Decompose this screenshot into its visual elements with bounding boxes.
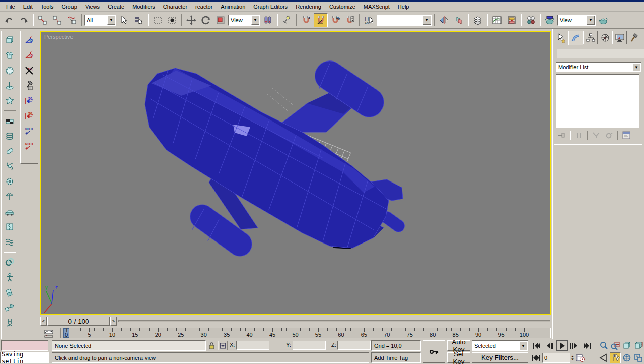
bind-to-spacewarp-icon[interactable] <box>65 13 79 27</box>
menu-views[interactable]: Views <box>81 3 104 11</box>
crossed-50-icon[interactable]: 50, <box>22 64 36 78</box>
chevron-down-icon[interactable]: ▼ <box>423 16 431 25</box>
previous-frame-button[interactable]: < <box>40 317 47 326</box>
auto-key-button[interactable]: Auto Key <box>447 340 470 351</box>
key-set-selector-dropdown[interactable]: Selected ▼ <box>472 340 528 351</box>
go-to-start-icon[interactable] <box>531 340 543 351</box>
menu-help[interactable]: Help <box>394 3 413 11</box>
note-blue-icon[interactable]: NOTE <box>22 124 36 138</box>
current-frame-field[interactable] <box>542 353 570 363</box>
menu-animation[interactable]: Animation <box>217 3 249 11</box>
unlink-selection-icon[interactable] <box>50 13 64 27</box>
menu-tools[interactable]: Tools <box>37 3 58 11</box>
window-crossing-icon[interactable] <box>165 13 179 27</box>
tab-display-tab[interactable] <box>612 31 627 44</box>
make-unique-icon[interactable] <box>590 130 602 140</box>
tab-utilities-tab[interactable] <box>627 31 641 44</box>
mini-curve-editor-icon[interactable] <box>41 328 56 338</box>
undo-icon[interactable] <box>2 13 16 27</box>
maxscript-macro-line[interactable] <box>1 340 48 351</box>
align-icon[interactable] <box>452 13 466 27</box>
select-and-rotate-icon[interactable] <box>199 13 213 27</box>
select-by-name-icon[interactable] <box>131 13 146 27</box>
maxscript-listener-line[interactable]: Saving settin <box>0 352 49 363</box>
reactor-wind-icon[interactable] <box>3 190 17 204</box>
select-object-icon[interactable] <box>117 13 131 27</box>
layer-manager-icon[interactable] <box>471 13 485 27</box>
go-to-end-icon[interactable] <box>581 340 593 351</box>
curve-editor-icon[interactable] <box>490 13 504 27</box>
menu-group[interactable]: Group <box>57 3 81 11</box>
reactor-capsule-icon[interactable] <box>3 144 17 158</box>
time-slider-button[interactable]: 0 / 100 <box>47 317 110 326</box>
zoom-all-icon[interactable] <box>610 340 621 351</box>
menu-file[interactable]: File <box>2 3 19 11</box>
set-keys-button[interactable] <box>423 340 445 363</box>
reactor-plane-icon[interactable] <box>3 114 17 128</box>
named-selection-sets-dropdown[interactable]: ▼ <box>377 15 432 26</box>
pan-hand-icon[interactable] <box>610 352 621 363</box>
menu-reactor[interactable]: reactor <box>191 3 217 11</box>
modifier-list-dropdown[interactable]: Modifier List ▼ <box>556 62 641 72</box>
chevron-down-icon[interactable]: ▼ <box>519 341 527 350</box>
menu-character[interactable]: Character <box>159 3 191 11</box>
chevron-down-icon[interactable]: ▼ <box>587 16 595 25</box>
reactor-rope-collection-icon[interactable] <box>3 79 17 93</box>
field-of-view-icon[interactable] <box>598 352 609 363</box>
chevron-down-icon[interactable]: ▼ <box>251 16 259 25</box>
note-red-icon[interactable]: NOTE <box>22 139 36 153</box>
track-bar-ruler[interactable]: 0510152025303540455055606570758085909510… <box>60 328 551 338</box>
tab-modify-tab[interactable] <box>568 31 583 45</box>
lock-selection-icon[interactable] <box>207 341 216 350</box>
remove-modifier-icon[interactable] <box>603 130 615 140</box>
set-key-button[interactable]: Set Key <box>447 352 470 363</box>
zoom-extents-all-icon[interactable] <box>633 340 644 351</box>
material-editor-icon[interactable] <box>524 13 538 27</box>
redo-icon[interactable] <box>17 13 31 27</box>
modifier-stack-list[interactable] <box>556 74 639 128</box>
y-coordinate-field[interactable] <box>293 341 326 350</box>
arrow-50-blue-icon[interactable]: 50, <box>22 94 36 108</box>
pin-stack-icon[interactable] <box>556 130 568 140</box>
reactor-fracture-icon[interactable] <box>3 220 17 234</box>
frame-spinner[interactable]: ▲▼ <box>571 355 574 361</box>
hammer-note-icon[interactable] <box>22 79 36 93</box>
reactor-gear-icon[interactable] <box>3 174 17 189</box>
tab-hierarchy-tab[interactable] <box>583 31 598 44</box>
reactor-soft-body-collection-icon[interactable] <box>3 64 17 78</box>
schematic-view-icon[interactable] <box>505 13 519 27</box>
mirror-icon[interactable] <box>437 13 451 27</box>
reactor-motor-icon[interactable] <box>3 159 17 173</box>
reactor-deforming-mesh-icon[interactable] <box>3 94 17 108</box>
angle-45-blue-icon[interactable]: 45 <box>22 33 36 47</box>
coordinate-system-dropdown[interactable]: View▼ <box>228 15 260 26</box>
menu-graph-editors[interactable]: Graph Editors <box>249 3 292 11</box>
percent-snap-icon[interactable]: % <box>328 13 342 27</box>
arrow-50-red-icon[interactable]: 50, <box>22 109 36 123</box>
reactor-ragdoll-icon[interactable] <box>3 270 17 284</box>
viewport-canvas[interactable]: x y z <box>41 32 550 314</box>
next-frame-icon[interactable] <box>568 340 581 351</box>
reactor-rigid-body-collection-icon[interactable] <box>3 33 17 47</box>
z-coordinate-field[interactable] <box>337 341 371 350</box>
play-icon[interactable] <box>556 340 568 351</box>
menu-modifiers[interactable]: Modifiers <box>128 3 159 11</box>
key-mode-toggle-icon[interactable] <box>531 352 542 363</box>
selection-filter-dropdown[interactable]: All▼ <box>84 15 116 26</box>
reactor-car-icon[interactable] <box>3 205 17 219</box>
select-and-scale-icon[interactable] <box>213 13 228 27</box>
render-scene-icon[interactable] <box>543 13 557 27</box>
menu-create[interactable]: Create <box>104 3 128 11</box>
chevron-down-icon[interactable]: ▼ <box>107 16 115 25</box>
reactor-constraint-icon[interactable] <box>3 300 17 315</box>
snaps-toggle-icon[interactable]: 3 <box>299 13 313 27</box>
chevron-down-icon[interactable]: ▼ <box>632 63 640 71</box>
spinner-snap-icon[interactable] <box>343 13 357 27</box>
key-filters-button[interactable]: Key Filters... <box>472 352 528 363</box>
reactor-rope-knot-icon[interactable] <box>3 255 17 269</box>
rect-selection-region-icon[interactable] <box>151 13 165 27</box>
next-frame-button[interactable]: > <box>110 317 117 326</box>
reactor-spring-icon[interactable] <box>3 129 17 143</box>
angle-45-red-icon[interactable]: 45 <box>22 48 36 63</box>
tab-create-tab[interactable] <box>554 31 568 44</box>
